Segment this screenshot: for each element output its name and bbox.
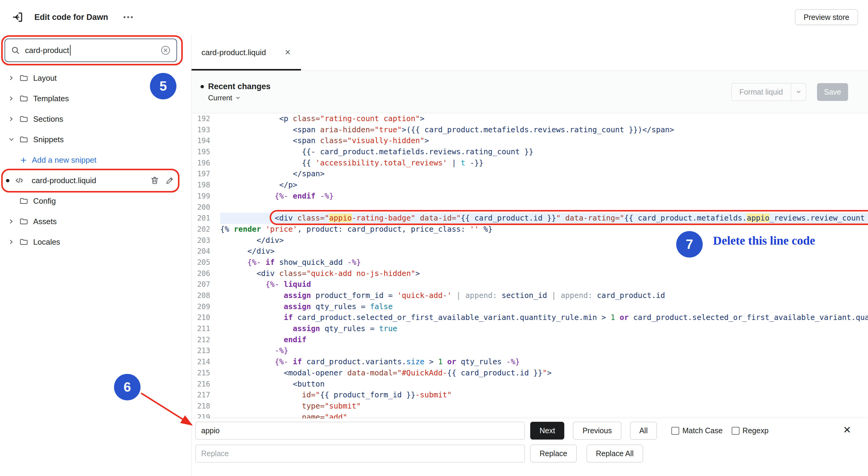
add-new-snippet-link[interactable]: + Add a new snippet [0, 150, 191, 170]
match-case-label: Match Case [682, 426, 722, 435]
code-text: </p> [220, 179, 868, 191]
code-line[interactable]: 201 <div class="appio-rating-badge" data… [191, 213, 868, 224]
code-line[interactable]: 196 {{ 'accessibility.total_reviews' | t… [191, 158, 868, 169]
code-line[interactable]: 198 </p> [191, 179, 868, 191]
code-text: {{ 'accessibility.total_reviews' | t -}} [220, 158, 868, 169]
code-line[interactable]: 217 id="{{ product_form_id }}-submit" [191, 389, 868, 401]
code-line[interactable]: 212 endif [191, 334, 868, 345]
code-line[interactable]: 209 assign qty_rules = false [191, 301, 868, 312]
code-line[interactable]: 203 </div> [191, 235, 868, 246]
find-next-button[interactable]: Next [530, 422, 564, 440]
code-line[interactable]: 199 {%- endif -%} [191, 191, 868, 202]
match-case-checkbox[interactable]: Match Case [671, 426, 722, 435]
code-line[interactable]: 195 {{- card_product.metafields.reviews.… [191, 146, 868, 158]
exit-editor-button[interactable] [8, 7, 27, 27]
line-number: 198 [191, 179, 220, 191]
code-line[interactable]: 214 {%- if card_product.variants.size > … [191, 356, 868, 368]
code-text: </div> [220, 246, 868, 257]
folder-label: Snippets [33, 135, 64, 144]
save-button[interactable]: Save [817, 83, 848, 101]
chevron-right-icon [8, 95, 15, 102]
folder-label: Config [33, 196, 56, 206]
line-number: 209 [191, 301, 220, 312]
chevron-down-icon [232, 95, 241, 101]
chevron-down-icon [8, 136, 15, 143]
format-options-button[interactable] [791, 83, 806, 101]
format-liquid-button[interactable]: Format liquid [732, 83, 792, 101]
line-number: 215 [191, 368, 220, 379]
folder-icon [19, 237, 28, 246]
replace-all-button[interactable]: Replace All [587, 445, 643, 463]
sidebar-item-card-product-liquid[interactable]: card-product.liquid [0, 170, 191, 191]
sidebar-item-snippets[interactable]: Snippets [0, 129, 191, 150]
code-line[interactable]: 194 <span class="visually-hidden"> [191, 135, 868, 146]
find-previous-button[interactable]: Previous [573, 422, 621, 440]
line-number: 205 [191, 257, 220, 268]
modified-dot-icon [6, 179, 9, 182]
close-find-panel-button[interactable]: ✕ [843, 425, 851, 435]
code-line[interactable]: 218 type="submit" [191, 401, 868, 412]
version-dropdown[interactable]: Current [208, 94, 271, 102]
sidebar-item-locales[interactable]: Locales [0, 232, 191, 252]
tab-close-button[interactable]: ✕ [285, 48, 291, 57]
preview-store-button[interactable]: Preview store [795, 9, 858, 25]
sidebar-item-assets[interactable]: Assets [0, 211, 191, 232]
search-input[interactable]: card-product [4, 39, 177, 62]
clear-search-button[interactable] [160, 45, 171, 56]
code-line[interactable]: 210 if card_product.selected_or_first_av… [191, 312, 868, 323]
code-line[interactable]: 197 </span> [191, 168, 868, 179]
code-line[interactable]: 216 <button [191, 379, 868, 390]
code-text: <span class="visually-hidden"> [220, 135, 868, 146]
folder-icon [19, 196, 28, 205]
find-input[interactable] [195, 422, 525, 440]
sidebar-item-config[interactable]: Config [0, 191, 191, 211]
code-line[interactable]: 200 [191, 202, 868, 213]
code-line[interactable]: 208 assign product_form_id = 'quick-add-… [191, 290, 868, 301]
active-tab-indicator [191, 69, 301, 70]
code-text: </div> [220, 235, 868, 246]
line-number: 208 [191, 290, 220, 301]
plus-icon: + [21, 155, 27, 165]
folder-label: Assets [33, 217, 57, 226]
folder-icon [19, 135, 28, 144]
code-line[interactable]: 204 </div> [191, 246, 868, 257]
tab-label: card-product.liquid [202, 48, 266, 57]
code-line[interactable]: 215 <modal-opener data-modal="#QuickAdd-… [191, 368, 868, 379]
code-line[interactable]: 213 -%} [191, 345, 868, 356]
code-line[interactable]: 192 <p class="rating-count caption"> [191, 113, 868, 125]
code-line[interactable]: 211 assign qty_rules = true [191, 323, 868, 334]
editor-panel: card-product.liquid ✕ Recent changes Cur… [191, 34, 868, 476]
tab-card-product-liquid[interactable]: card-product.liquid ✕ [191, 34, 301, 70]
version-dropdown-value: Current [208, 94, 232, 102]
code-line[interactable]: 207 {%- liquid [191, 279, 868, 290]
editor-tab-bar: card-product.liquid ✕ [191, 34, 868, 71]
folder-icon [19, 217, 28, 226]
more-actions-button[interactable] [123, 15, 134, 19]
replace-button[interactable]: Replace [530, 445, 577, 463]
rename-file-button[interactable] [165, 176, 174, 185]
line-number: 197 [191, 168, 220, 179]
replace-input[interactable] [195, 445, 525, 463]
line-number: 214 [191, 356, 220, 368]
sidebar-item-templates[interactable]: Templates [0, 88, 191, 109]
code-line[interactable]: 205 {%- if show_quick_add -%} [191, 257, 868, 268]
sidebar-item-sections[interactable]: Sections [0, 109, 191, 129]
code-line[interactable]: 202{% render 'price', product: card_prod… [191, 224, 868, 235]
folder-label: Layout [33, 73, 57, 83]
code-line[interactable]: 206 <div class="quick-add no-js-hidden"> [191, 268, 868, 279]
line-number: 204 [191, 246, 220, 257]
code-text [220, 202, 868, 213]
checkbox-icon [732, 427, 740, 435]
code-text: {%- if show_quick_add -%} [220, 257, 868, 268]
delete-file-button[interactable] [150, 176, 159, 185]
add-new-snippet-label: Add a new snippet [32, 156, 96, 165]
sidebar-item-layout[interactable]: Layout [0, 68, 191, 88]
line-number: 211 [191, 323, 220, 334]
code-text: -%} [220, 345, 868, 356]
line-number: 192 [191, 113, 220, 125]
find-all-button[interactable]: All [630, 422, 657, 440]
recent-changes-label: Recent changes [208, 82, 271, 91]
regexp-checkbox[interactable]: Regexp [732, 426, 769, 435]
editor-toolbar: Recent changes Current Format liquid Sav… [191, 71, 868, 113]
code-line[interactable]: 193 <span aria-hidden="true">({{ card_pr… [191, 125, 868, 136]
